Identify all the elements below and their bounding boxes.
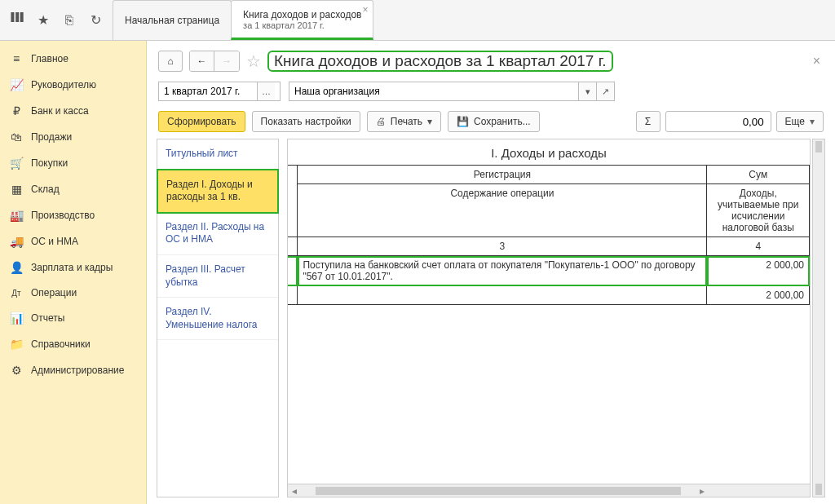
- history-icon[interactable]: ↻: [88, 12, 103, 28]
- sidebar-item-label: Продажи: [31, 131, 72, 143]
- org-dropdown-button[interactable]: ▾: [578, 82, 596, 100]
- report-wrap: I. Доходы и расходы Регистрация Сум Соде…: [287, 139, 825, 497]
- show-settings-button[interactable]: Показать настройки: [252, 111, 360, 132]
- sidebar-item-label: Руководителю: [31, 79, 96, 91]
- save-button[interactable]: 💾Сохранить...: [448, 111, 540, 132]
- scroll-left-icon[interactable]: ◂: [288, 485, 301, 497]
- scroll-right-icon[interactable]: ▸: [696, 485, 709, 497]
- tab-report[interactable]: Книга доходов и расходов за 1 квартал 20…: [231, 0, 373, 40]
- report-table: Регистрация Сум Содержание операции Дохо…: [287, 165, 810, 305]
- bars-icon: 📊: [10, 312, 23, 325]
- scroll-thumb[interactable]: [316, 487, 681, 495]
- topbar-icons: ▪▪▪▪▪▪▪▪▪ ★ ⎘ ↻: [0, 12, 113, 28]
- tab-label: Начальная страница: [125, 15, 219, 26]
- col-income: Доходы, учитываемые при исчислении налог…: [707, 184, 810, 237]
- print-label: Печать: [391, 116, 422, 127]
- sidebar-item-manager[interactable]: 📈Руководителю: [0, 72, 146, 98]
- apps-icon[interactable]: ▪▪▪▪▪▪▪▪▪: [10, 12, 24, 28]
- sections-list: Титульный лист Раздел I. Доходы и расход…: [157, 139, 279, 497]
- more-button[interactable]: Еще: [776, 111, 824, 132]
- cart-icon: 🛒: [10, 157, 23, 170]
- sidebar-item-salary[interactable]: 👤Зарплата и кадры: [0, 254, 146, 281]
- cell-colnum-a: [287, 237, 298, 256]
- tab-label: Книга доходов и расходов: [243, 9, 361, 20]
- period-combo: …: [158, 82, 281, 101]
- table-row-highlighted[interactable]: Поступила на банковский счет оплата от п…: [287, 256, 810, 286]
- sidebar-item-bank[interactable]: ₽Банк и касса: [0, 98, 146, 124]
- sidebar-item-main[interactable]: ≡Главное: [0, 46, 146, 72]
- content: ⌂ ← → ☆ Книга доходов и расходов за 1 кв…: [147, 41, 835, 504]
- sidebar-item-assets[interactable]: 🚚ОС и НМА: [0, 228, 146, 254]
- tab-home[interactable]: Начальная страница: [113, 0, 232, 40]
- close-icon[interactable]: ×: [362, 4, 368, 15]
- sidebar-item-sales[interactable]: 🛍Продажи: [0, 124, 146, 150]
- sidebar-item-production[interactable]: 🏭Производство: [0, 202, 146, 228]
- favorite-icon[interactable]: ☆: [246, 51, 261, 71]
- sidebar-item-admin[interactable]: ⚙Администрирование: [0, 357, 146, 383]
- chevron-down-icon: ▾: [427, 116, 432, 127]
- generate-label: Сформировать: [167, 116, 236, 127]
- sidebar-item-reports[interactable]: 📊Отчеты: [0, 305, 146, 331]
- print-button[interactable]: 🖨Печать▾: [367, 111, 441, 132]
- period-input[interactable]: [159, 82, 257, 100]
- sidebar-item-catalogs[interactable]: 📁Справочники: [0, 331, 146, 357]
- sidebar-item-label: Зарплата и кадры: [31, 262, 113, 273]
- sidebar-item-label: Банк и касса: [31, 105, 89, 117]
- org-open-button[interactable]: ↗: [596, 82, 614, 100]
- truck-icon: 🚚: [10, 235, 23, 248]
- person-icon: 👤: [10, 261, 23, 274]
- sidebar-item-label: Операции: [31, 287, 77, 298]
- document-icon[interactable]: ⎘: [62, 13, 77, 28]
- section-item-4[interactable]: Раздел IV. Уменьшение налога: [157, 298, 278, 340]
- col-reg: Регистрация: [298, 166, 707, 184]
- settings-label: Показать настройки: [261, 116, 351, 127]
- folder-icon: 📁: [10, 338, 23, 351]
- close-page-button[interactable]: ×: [810, 51, 824, 72]
- section-item-1[interactable]: Раздел I. Доходы и расходы за 1 кв.: [157, 169, 279, 214]
- sidebar: ≡Главное 📈Руководителю ₽Банк и касса 🛍Пр…: [0, 41, 147, 504]
- vertical-scrollbar[interactable]: [812, 139, 825, 497]
- body: Титульный лист Раздел I. Доходы и расход…: [147, 139, 835, 504]
- cell-empty: [287, 286, 298, 305]
- home-button[interactable]: ⌂: [158, 51, 183, 72]
- org-input[interactable]: [289, 82, 578, 100]
- sum-input[interactable]: [665, 111, 771, 132]
- dtkt-icon: Дт: [10, 289, 23, 298]
- sidebar-item-label: Главное: [31, 53, 68, 64]
- tab-sublabel: за 1 квартал 2017 г.: [243, 20, 361, 30]
- printer-icon: 🖨: [376, 116, 386, 127]
- back-button[interactable]: ←: [190, 51, 214, 71]
- cell-colnum-4: 4: [707, 237, 810, 256]
- period-ellipsis-button[interactable]: …: [257, 82, 275, 100]
- org-combo: ▾ ↗: [289, 82, 615, 101]
- sidebar-item-operations[interactable]: ДтОперации: [0, 281, 146, 305]
- ruble-icon: ₽: [10, 104, 23, 117]
- gear-icon: ⚙: [10, 364, 23, 377]
- bag-icon: 🛍: [10, 130, 23, 144]
- sidebar-item-label: Склад: [31, 183, 60, 195]
- horizontal-scrollbar[interactable]: ◂ ▸: [288, 484, 810, 497]
- sidebar-item-label: Покупки: [31, 157, 68, 169]
- star-icon[interactable]: ★: [36, 12, 51, 28]
- sidebar-item-label: Отчеты: [31, 312, 64, 324]
- table-row-total: 2 000,00: [287, 286, 810, 305]
- grid-icon: ▦: [10, 183, 23, 196]
- factory-icon: 🏭: [10, 209, 23, 222]
- report-area[interactable]: I. Доходы и расходы Регистрация Сум Соде…: [287, 139, 811, 497]
- sigma-button[interactable]: Σ: [636, 111, 660, 132]
- sidebar-item-label: Администрирование: [31, 365, 124, 376]
- forward-button[interactable]: →: [214, 51, 239, 71]
- floppy-icon: 💾: [457, 116, 469, 127]
- generate-button[interactable]: Сформировать: [158, 111, 245, 132]
- report-title: I. Доходы и расходы: [288, 139, 810, 165]
- cell-total: 2 000,00: [707, 286, 810, 305]
- sidebar-item-warehouse[interactable]: ▦Склад: [0, 176, 146, 202]
- sidebar-item-label: Производство: [31, 210, 95, 221]
- col-content: Содержание операции: [298, 184, 707, 237]
- cell-text: Поступила на банковский счет оплата от п…: [298, 256, 707, 286]
- sidebar-item-purchases[interactable]: 🛒Покупки: [0, 150, 146, 176]
- section-item-2[interactable]: Раздел II. Расходы на ОС и НМА: [157, 213, 278, 255]
- toolbar: Сформировать Показать настройки 🖨Печать▾…: [147, 108, 835, 139]
- section-item-title[interactable]: Титульный лист: [157, 139, 278, 170]
- section-item-3[interactable]: Раздел III. Расчет убытка: [157, 255, 278, 298]
